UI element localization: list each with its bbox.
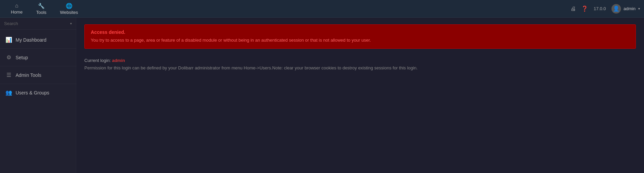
sidebar-item-dashboard-label: My Dashboard [16, 37, 46, 43]
sidebar-item-usersgroups-label: Users & Groups [16, 90, 49, 95]
sidebar-item-setup-label: Setup [16, 55, 28, 60]
websites-icon: 🌐 [66, 3, 72, 9]
topbar: ⌂ Home 🔧 Tools 🌐 Websites 🖨 ❓ 17.0.0 👤 a… [0, 0, 644, 18]
home-icon: ⌂ [15, 3, 19, 9]
sidebar-menu: 📊 My Dashboard ⚙ Setup ☰ Admin Tools 👥 U… [0, 30, 76, 103]
sidebar-item-admintools-label: Admin Tools [16, 72, 41, 78]
sidebar-item-usersgroups[interactable]: 👥 Users & Groups [0, 85, 76, 100]
sidebar-item-admintools[interactable]: ☰ Admin Tools [0, 68, 76, 82]
username-label: admin [624, 6, 636, 11]
alert-message: You try to access to a page, area or fea… [91, 37, 629, 44]
topbar-left: ⌂ Home 🔧 Tools 🌐 Websites [4, 1, 570, 17]
sidebar: ▾ 📊 My Dashboard ⚙ Setup ☰ Admin Tools 👥… [0, 18, 76, 173]
main-content: Access denied. You try to access to a pa… [76, 18, 644, 173]
dashboard-icon: 📊 [5, 37, 12, 43]
setup-icon: ⚙ [5, 54, 12, 61]
nav-websites[interactable]: 🌐 Websites [53, 1, 85, 17]
sidebar-divider-3 [0, 84, 76, 84]
nav-home[interactable]: ⌂ Home [4, 1, 29, 17]
search-input[interactable] [4, 21, 68, 26]
usersgroups-icon: 👥 [5, 89, 12, 96]
tools-icon: 🔧 [38, 3, 45, 9]
search-dropdown-icon[interactable]: ▾ [70, 22, 72, 25]
user-section[interactable]: 👤 admin ▾ [611, 4, 640, 14]
avatar: 👤 [611, 4, 621, 14]
sidebar-item-setup[interactable]: ⚙ Setup [0, 50, 76, 65]
access-denied-alert: Access denied. You try to access to a pa… [84, 24, 636, 49]
sidebar-divider-2 [0, 66, 76, 66]
help-icon[interactable]: ❓ [581, 5, 588, 12]
topbar-right: 🖨 ❓ 17.0.0 👤 admin ▾ [570, 4, 640, 14]
nav-tools[interactable]: 🔧 Tools [29, 1, 53, 17]
user-chevron-icon: ▾ [638, 7, 640, 10]
nav-websites-label: Websites [60, 10, 78, 15]
sidebar-item-dashboard[interactable]: 📊 My Dashboard [0, 33, 76, 47]
current-login-label: Current login: [84, 58, 111, 63]
version-label: 17.0.0 [594, 6, 606, 11]
alert-title: Access denied. [91, 29, 629, 35]
permission-text: Permission for this login can be defined… [84, 64, 636, 72]
current-login-name: admin [112, 58, 125, 63]
nav-tools-label: Tools [36, 10, 46, 15]
login-info: Current login: admin Permission for this… [84, 57, 636, 72]
layout: ▾ 📊 My Dashboard ⚙ Setup ☰ Admin Tools 👥… [0, 18, 644, 173]
print-icon[interactable]: 🖨 [570, 6, 576, 12]
current-login-line: Current login: admin [84, 57, 636, 64]
sidebar-divider-1 [0, 48, 76, 49]
admintools-icon: ☰ [5, 72, 12, 78]
nav-home-label: Home [11, 9, 23, 15]
search-container: ▾ [0, 18, 76, 30]
